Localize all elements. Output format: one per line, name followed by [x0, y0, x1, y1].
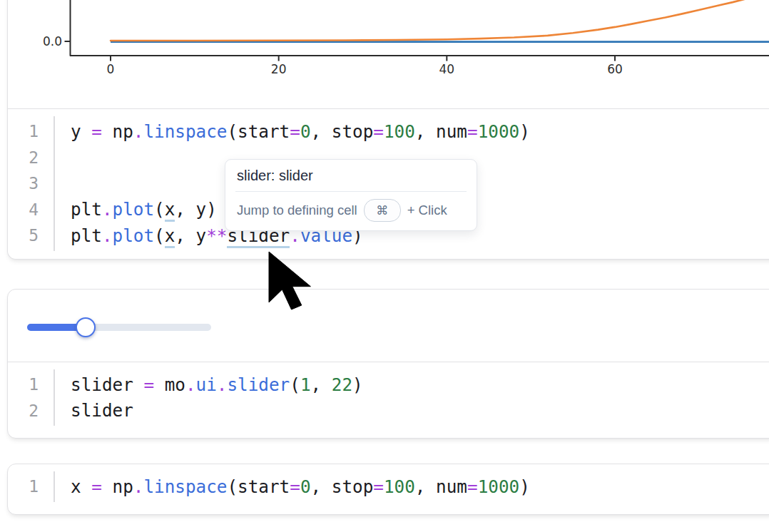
code-token: ( [227, 476, 238, 497]
code-token: plot [113, 225, 155, 246]
command-key-icon: ⌘ [364, 199, 401, 222]
code-token: plt [71, 199, 102, 220]
code-token: ) [519, 476, 530, 497]
line-number: 4 [8, 200, 39, 219]
code-token: . [217, 374, 228, 395]
code-token: 1000 [478, 121, 520, 142]
code-token: 1000 [478, 476, 520, 497]
code-token: stop [332, 121, 374, 142]
cell-slider: 1slider = mo.ui.slider(1, 22)2slider [7, 289, 769, 439]
code-token: x [71, 476, 91, 497]
code-token: slider [227, 374, 290, 395]
code-token: , [415, 476, 436, 497]
code-token: ** [206, 225, 227, 246]
line-number: 1 [8, 375, 39, 394]
code-token: 1 [300, 374, 311, 395]
code-token: num [436, 121, 467, 142]
slider-thumb[interactable] [76, 317, 96, 337]
code-token: 100 [384, 476, 415, 497]
code-token: y [71, 121, 91, 142]
code-token: = [290, 476, 300, 497]
code-token: np [102, 476, 133, 497]
slider-output [8, 290, 769, 362]
gutter-divider [54, 471, 55, 502]
code-text: y = np.linspace(start=0, stop=100, num=1… [39, 121, 530, 142]
code-token: = [373, 476, 384, 497]
code-token: start [238, 476, 290, 497]
tooltip-title: slider: slider [225, 160, 477, 191]
line-number: 1 [8, 122, 39, 140]
code-token: mo [154, 374, 185, 395]
code-line[interactable]: 1slider = mo.ui.slider(1, 22) [8, 372, 769, 398]
line-number: 1 [8, 477, 39, 496]
code-token: 0 [300, 476, 311, 497]
code-token: , [311, 476, 332, 497]
code-text: x = np.linspace(start=0, stop=100, num=1… [39, 476, 530, 497]
code-token: ( [290, 374, 300, 395]
code-token: , [415, 121, 436, 142]
line-number: 5 [8, 226, 39, 245]
code-token: . [133, 121, 144, 142]
code-token: , [311, 121, 332, 142]
code-token: = [143, 374, 154, 395]
code-editor-slider[interactable]: 1slider = mo.ui.slider(1, 22)2slider [8, 362, 769, 433]
code-text: slider = mo.ui.slider(1, 22) [39, 374, 363, 395]
code-token: , y [175, 225, 206, 246]
slider-track[interactable] [27, 324, 211, 331]
code-token: , y) [175, 199, 217, 220]
code-token: ) [352, 374, 363, 395]
code-token: plt [71, 225, 102, 246]
code-token: = [290, 121, 300, 142]
code-token: . [133, 476, 144, 497]
line-number: 2 [8, 148, 39, 167]
code-token: . [102, 199, 113, 220]
code-token: = [467, 476, 478, 497]
code-token: start [238, 121, 290, 142]
tooltip-click-hint: + Click [407, 203, 447, 218]
code-token: . [185, 374, 196, 395]
code-token: , [311, 374, 332, 395]
code-token: linspace [143, 476, 227, 497]
code-line[interactable]: 1x = np.linspace(start=0, stop=100, num=… [8, 474, 769, 500]
code-token: plot [113, 199, 155, 220]
code-token: . [102, 225, 113, 246]
code-token: 100 [384, 121, 415, 142]
marimo-notebook: 1y = np.linspace(start=0, stop=100, num=… [0, 0, 769, 532]
code-line[interactable]: 2slider [8, 398, 769, 424]
line-number: 3 [8, 174, 39, 193]
code-token: stop [332, 476, 374, 497]
code-token: ( [154, 199, 165, 220]
gutter-divider [54, 116, 55, 251]
line-number: 2 [8, 401, 39, 420]
plot-output [8, 0, 769, 109]
code-token: ( [227, 121, 238, 142]
code-token: = [467, 121, 478, 142]
code-token: = [91, 121, 102, 142]
code-token: np [102, 121, 133, 142]
code-token: ( [154, 225, 165, 246]
code-token: num [436, 476, 467, 497]
code-token: 0 [300, 121, 311, 142]
code-token: slider [71, 400, 133, 421]
code-text: slider [39, 400, 133, 421]
cross-cell-variable[interactable]: x [165, 199, 175, 222]
cross-cell-variable[interactable]: x [165, 225, 175, 248]
cell-x: 1x = np.linspace(start=0, stop=100, num=… [7, 464, 769, 515]
code-token: slider [71, 374, 143, 395]
variable-tooltip: slider: slider Jump to defining cell ⌘ +… [225, 159, 477, 231]
code-token: ui [196, 374, 217, 395]
code-token: ) [519, 121, 530, 142]
code-token: = [91, 476, 102, 497]
gutter-divider [54, 369, 55, 426]
tooltip-action-label[interactable]: Jump to defining cell [237, 203, 357, 218]
code-token: linspace [143, 121, 227, 142]
code-line[interactable]: 1y = np.linspace(start=0, stop=100, num=… [8, 118, 769, 145]
code-token: 22 [332, 374, 352, 395]
code-token: = [373, 121, 384, 142]
code-text: plt.plot(x, y) [39, 199, 217, 220]
code-editor-x[interactable]: 1x = np.linspace(start=0, stop=100, num=… [8, 464, 769, 509]
